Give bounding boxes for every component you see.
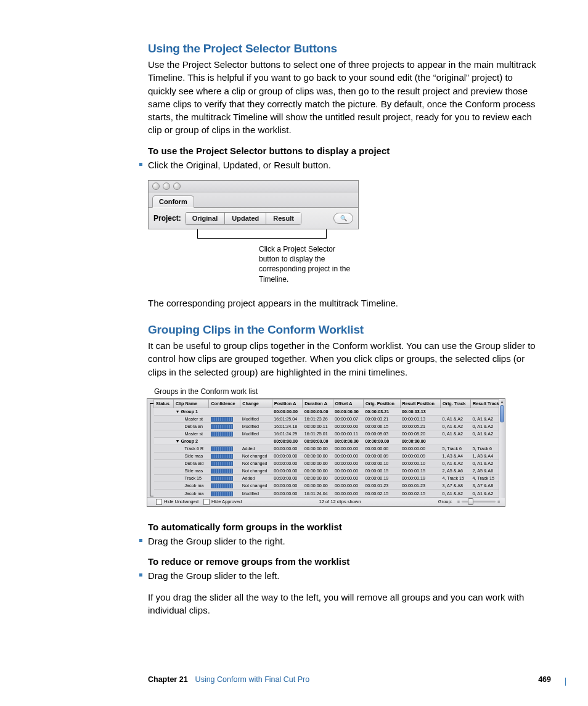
- cell: 00:00:00.00: [363, 445, 400, 452]
- cell: 5, Track 6: [440, 445, 470, 452]
- confidence-bar: [211, 476, 233, 481]
- cell: Modified: [240, 415, 272, 422]
- table-row[interactable]: Jacob maNot changed00:00:00.0000:00:00.0…: [154, 482, 505, 490]
- table-row[interactable]: Side masNot changed00:00:00.0000:00:00.0…: [154, 452, 505, 459]
- cell: 00:00:01.23: [363, 482, 400, 490]
- chapter-number: Chapter 21: [148, 675, 188, 684]
- zoom-icon[interactable]: [173, 183, 181, 190]
- section2-sub1: To automatically form groups in the work…: [148, 522, 542, 532]
- cell: [154, 415, 174, 422]
- scrollbar[interactable]: ▲: [499, 399, 505, 498]
- bullet-text: Click the Original, Updated, or Result b…: [148, 160, 331, 170]
- cell: 00:00:00.11: [333, 430, 363, 437]
- cell: 00:00:08.20: [400, 430, 440, 437]
- cell: 00:00:00.00: [400, 445, 440, 452]
- column-header[interactable]: Offset Δ: [333, 399, 363, 408]
- project-selector-segment: Original Updated Result: [185, 212, 301, 224]
- cell: ▼ Group 1: [173, 408, 209, 415]
- cell: 00:00:00.00: [303, 437, 333, 445]
- table-row[interactable]: Jacob maModified00:00:00.0016:01:24.0400…: [154, 490, 505, 497]
- cell: 0, A1 & A2: [440, 430, 470, 437]
- worklist-table: StatusClip NameConfidenceChangePosition …: [153, 399, 505, 497]
- cell: 00:00:00.00: [303, 467, 333, 475]
- cell: Jacob ma: [173, 490, 209, 497]
- section1-sub1: To use the Project Selector buttons to d…: [148, 146, 542, 156]
- updated-button[interactable]: Updated: [225, 212, 266, 224]
- minimize-icon[interactable]: [163, 183, 170, 190]
- result-button[interactable]: Result: [266, 212, 301, 224]
- cell: 16:01:24.18: [272, 422, 302, 430]
- slider-max-icon: ≡: [497, 499, 500, 504]
- table-row[interactable]: Debra aidNot changed00:00:00.0000:00:00.…: [154, 460, 505, 467]
- cell: Track 6 R: [173, 445, 209, 452]
- cell: 00:00:00.00: [272, 460, 302, 467]
- table-row[interactable]: Track 6 RAdded00:00:00.0000:00:00.0000:0…: [154, 445, 505, 452]
- column-header[interactable]: Duration Δ: [303, 399, 333, 408]
- cell: 00:00:00.00: [303, 408, 333, 415]
- project-selector-body: Project: Original Updated Result 🔍: [149, 208, 358, 229]
- cell: 00:00:00.09: [400, 452, 440, 459]
- table-row[interactable]: Debra anModified16:01:24.1800:00:00.1100…: [154, 422, 505, 430]
- cell: 00:00:00.00: [272, 467, 302, 475]
- hide-approved-checkbox[interactable]: Hide Approved: [203, 499, 242, 505]
- column-header[interactable]: Orig. Position: [363, 399, 400, 408]
- confidence-bar: [211, 461, 233, 466]
- table-row[interactable]: Master stModified16:01:24.2916:01:25.010…: [154, 430, 505, 437]
- footer-divider: [565, 678, 566, 686]
- column-header[interactable]: Result Position: [400, 399, 440, 408]
- cell: [440, 408, 470, 415]
- clip-count: 12 of 12 clips shown: [319, 499, 361, 504]
- group-row[interactable]: ▼ Group 200:00:00.0000:00:00.0000:00:00.…: [154, 437, 505, 445]
- scroll-thumb[interactable]: [500, 405, 504, 422]
- cell: 00:00:00.15: [400, 467, 440, 475]
- original-button[interactable]: Original: [185, 212, 226, 224]
- group-slider[interactable]: ≡ ≡: [457, 499, 500, 504]
- cell: 00:00:00.00: [303, 475, 333, 482]
- group-label: Group:: [438, 499, 452, 504]
- cell: 00:00:02.15: [363, 490, 400, 497]
- column-header[interactable]: Confidence: [209, 399, 240, 408]
- cell: Modified: [240, 490, 272, 497]
- column-header[interactable]: Position Δ: [272, 399, 302, 408]
- table-row[interactable]: Track 15Added00:00:00.0000:00:00.0000:00…: [154, 475, 505, 482]
- bullet-item: Drag the Group slider to the right.: [148, 535, 542, 548]
- cell: 16:01:23.26: [303, 415, 333, 422]
- section2-intro: It can be useful to group clips together…: [148, 339, 542, 379]
- cell: Added: [240, 475, 272, 482]
- table-row[interactable]: Master stModified16:01:25.0416:01:23.260…: [154, 415, 505, 422]
- section1-para2: The corresponding project appears in the…: [148, 297, 542, 310]
- cell: [154, 490, 174, 497]
- search-field[interactable]: 🔍: [333, 213, 353, 224]
- column-header[interactable]: Clip Name: [173, 399, 209, 408]
- worklist-window: ▲ StatusClip NameConfidenceChangePositio…: [147, 398, 505, 507]
- cell: 00:00:00.19: [363, 475, 400, 482]
- cell: 00:00:00.07: [333, 415, 363, 422]
- cell: [209, 437, 240, 445]
- cell: Debra an: [173, 422, 209, 430]
- cell: [240, 437, 272, 445]
- cell: Not changed: [240, 452, 272, 459]
- cell: Debra aid: [173, 460, 209, 467]
- column-header[interactable]: Orig. Track: [440, 399, 470, 408]
- cell: 00:00:00.00: [333, 408, 363, 415]
- cell: [154, 430, 174, 437]
- tab-conform[interactable]: Conform: [152, 195, 194, 208]
- search-icon: 🔍: [340, 215, 347, 221]
- bullet-icon: [139, 539, 142, 542]
- cell: 00:00:03.13: [400, 415, 440, 422]
- page-footer: Chapter 21 Using Conform with Final Cut …: [148, 675, 551, 684]
- cell: 00:00:00.10: [400, 460, 440, 467]
- cell: 00:00:00.00: [333, 482, 363, 490]
- group-row[interactable]: ▼ Group 100:00:00.0000:00:00.0000:00:00.…: [154, 408, 505, 415]
- hide-unchanged-checkbox[interactable]: Hide Unchanged: [156, 499, 198, 505]
- cell: [154, 422, 174, 430]
- table-row[interactable]: Side masNot changed00:00:00.0000:00:00.0…: [154, 467, 505, 475]
- cell: 00:00:01.23: [400, 482, 440, 490]
- column-header[interactable]: Change: [240, 399, 272, 408]
- worklist-callout: Groups in the Conform work list: [154, 387, 542, 397]
- cell: 00:00:00.00: [303, 460, 333, 467]
- column-header[interactable]: Status: [154, 399, 174, 408]
- scroll-up-icon[interactable]: ▲: [499, 399, 505, 404]
- close-icon[interactable]: [152, 183, 160, 190]
- cell: 00:00:00.00: [272, 452, 302, 459]
